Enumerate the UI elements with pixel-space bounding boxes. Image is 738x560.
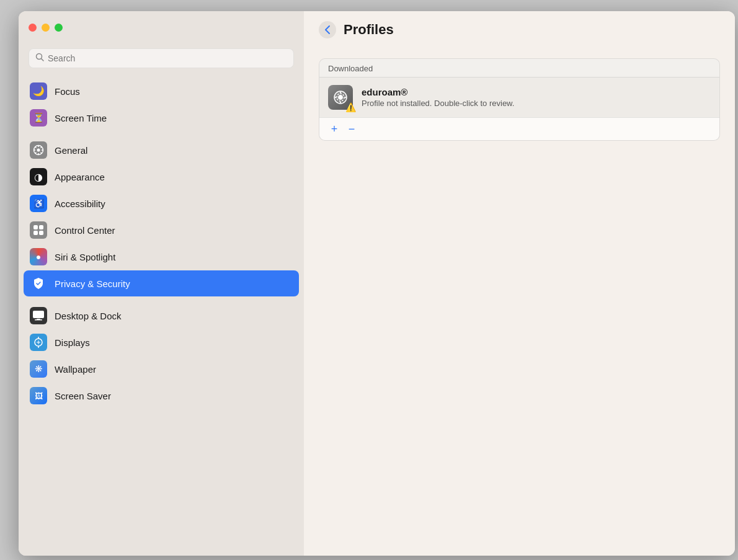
svg-rect-16: [33, 311, 44, 318]
svg-point-3: [37, 149, 40, 152]
sidebar-item-label: General: [55, 145, 87, 156]
profile-status: Profile not installed. Double-click to r…: [362, 99, 514, 108]
focus-icon: 🌙: [30, 82, 47, 100]
wallpaper-icon: ❋: [30, 360, 47, 378]
profile-info: eduroam® Profile not installed. Double-c…: [362, 87, 514, 108]
sidebar-item-label: Wallpaper: [55, 364, 96, 375]
sidebar: 🌙 Focus ⏳ Screen Time: [19, 11, 304, 556]
sidebar-item-label: Privacy & Security: [55, 278, 130, 289]
siri-icon: ●: [30, 248, 47, 265]
add-profile-button[interactable]: +: [327, 122, 342, 136]
sidebar-item-label: Accessibility: [55, 198, 105, 209]
profile-item-eduroam[interactable]: ⚠️ eduroam® Profile not installed. Doubl…: [319, 78, 719, 117]
sidebar-item-label: Displays: [55, 337, 90, 348]
profiles-content: Downloaded: [304, 48, 735, 556]
screentime-icon: ⏳: [30, 109, 47, 127]
sidebar-item-label: Siri & Spotlight: [55, 252, 115, 262]
svg-rect-14: [33, 231, 38, 235]
search-container: [19, 43, 304, 76]
displays-icon: [30, 334, 47, 351]
sidebar-item-siri[interactable]: ● Siri & Spotlight: [24, 244, 299, 270]
general-icon: [30, 141, 47, 159]
svg-line-9: [41, 153, 42, 154]
back-button[interactable]: [319, 21, 336, 38]
svg-line-11: [35, 153, 37, 154]
titlebar: [19, 11, 304, 43]
sidebar-item-screensaver[interactable]: 🖼 Screen Saver: [24, 383, 299, 409]
sidebar-item-label: Screen Time: [55, 113, 107, 123]
profile-name: eduroam®: [362, 87, 514, 97]
sidebar-item-label: Appearance: [55, 172, 105, 182]
appearance-icon: ◑: [30, 168, 47, 185]
svg-line-1: [42, 59, 44, 61]
sidebar-item-label: Screen Saver: [55, 391, 111, 401]
search-icon: [35, 53, 44, 64]
sidebar-item-general[interactable]: General: [24, 137, 299, 163]
svg-rect-12: [33, 225, 38, 229]
sidebar-item-controlcenter[interactable]: Control Center: [24, 217, 299, 243]
minimize-button[interactable]: [42, 24, 50, 32]
svg-rect-13: [39, 225, 43, 229]
sidebar-item-appearance[interactable]: ◑ Appearance: [24, 164, 299, 190]
svg-line-8: [35, 147, 37, 148]
profiles-toolbar: + −: [319, 117, 719, 140]
svg-rect-15: [39, 231, 43, 235]
search-input[interactable]: [48, 53, 287, 63]
sidebar-item-displays[interactable]: Displays: [24, 329, 299, 355]
main-content: Profiles Downloaded: [304, 11, 735, 556]
sidebar-item-screentime[interactable]: ⏳ Screen Time: [24, 105, 299, 131]
page-title: Profiles: [344, 22, 394, 38]
sidebar-item-label: Control Center: [55, 225, 115, 236]
main-header: Profiles: [304, 11, 735, 48]
main-window: 🌙 Focus ⏳ Screen Time: [19, 11, 735, 556]
sidebar-item-label: Desktop & Dock: [55, 311, 122, 321]
sidebar-item-focus[interactable]: 🌙 Focus: [24, 78, 299, 104]
accessibility-icon: ♿: [30, 195, 47, 212]
sidebar-items-list: 🌙 Focus ⏳ Screen Time: [19, 76, 304, 411]
svg-rect-18: [35, 319, 42, 321]
sidebar-item-wallpaper[interactable]: ❋ Wallpaper: [24, 356, 299, 382]
sidebar-item-label: Focus: [55, 86, 80, 97]
controlcenter-icon: [30, 221, 47, 239]
warning-badge: ⚠️: [345, 102, 355, 112]
remove-profile-button[interactable]: −: [344, 122, 359, 136]
profiles-list: Downloaded: [319, 58, 720, 141]
sidebar-item-desktop[interactable]: Desktop & Dock: [24, 303, 299, 329]
desktop-icon: [30, 307, 47, 324]
close-button[interactable]: [29, 24, 37, 32]
privacy-icon: [30, 275, 47, 292]
downloaded-section-header: Downloaded: [319, 59, 719, 78]
sidebar-item-accessibility[interactable]: ♿ Accessibility: [24, 190, 299, 216]
maximize-button[interactable]: [55, 24, 63, 32]
svg-line-10: [41, 147, 42, 148]
sidebar-item-privacy[interactable]: Privacy & Security: [24, 270, 299, 296]
profile-icon-wrapper: ⚠️: [328, 85, 353, 110]
search-box[interactable]: [29, 48, 294, 68]
screensaver-icon: 🖼: [30, 387, 47, 404]
